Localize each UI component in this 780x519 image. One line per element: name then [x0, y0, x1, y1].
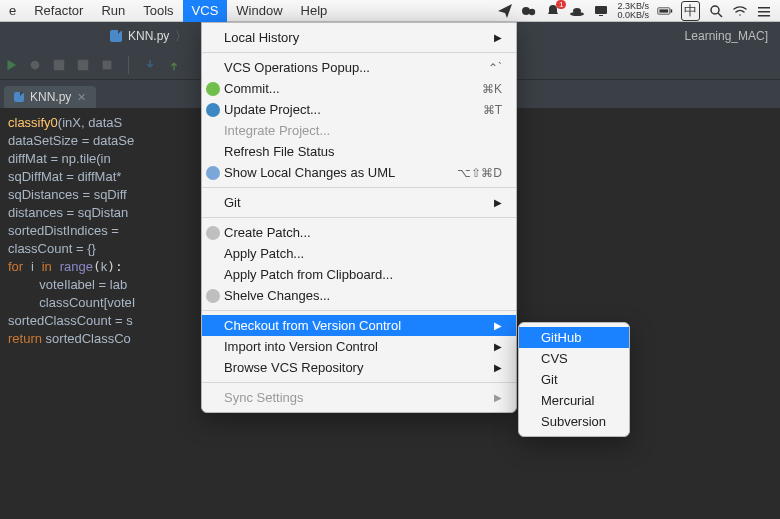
python-file-icon: [14, 92, 24, 102]
battery-icon[interactable]: [657, 3, 673, 19]
menu-item[interactable]: Local History▶: [202, 27, 516, 48]
menu-item-shortcut: ⌘T: [483, 103, 502, 117]
menu-item-label: Browse VCS Repository: [224, 360, 474, 375]
submenu-item-label: GitHub: [541, 330, 615, 345]
svg-point-0: [522, 7, 530, 15]
network-speed: 2.3KB/s 0.0KB/s: [617, 2, 649, 20]
svg-rect-11: [758, 7, 770, 9]
menubar-item-run[interactable]: Run: [92, 0, 134, 22]
menu-item-label: Integrate Project...: [224, 123, 502, 138]
menu-item-shortcut: ⌃`: [488, 61, 502, 75]
menu-item-label: Update Project...: [224, 102, 463, 117]
submenu-item[interactable]: Mercurial: [519, 390, 629, 411]
breadcrumb-tail: Learning_MAC]: [685, 29, 780, 43]
svg-rect-13: [758, 15, 770, 17]
menu-item: Integrate Project...: [202, 120, 516, 141]
menubar-item-vcs[interactable]: VCS: [183, 0, 228, 22]
submenu-item-label: Git: [541, 372, 615, 387]
menu-item-label: Apply Patch...: [224, 246, 502, 261]
menu-item-label: Sync Settings: [224, 390, 474, 405]
svg-point-9: [711, 6, 719, 14]
submenu-item-label: Subversion: [541, 414, 615, 429]
menu-item[interactable]: Apply Patch...: [202, 243, 516, 264]
vcs-dropdown-menu: Local History▶VCS Operations Popup...⌃`C…: [201, 22, 517, 413]
svg-point-1: [529, 8, 535, 14]
menu-item[interactable]: VCS Operations Popup...⌃`: [202, 57, 516, 78]
submenu-item[interactable]: GitHub: [519, 327, 629, 348]
notification-badge: 1: [556, 0, 566, 9]
stop-icon[interactable]: [100, 58, 114, 72]
bell-icon[interactable]: 1: [545, 3, 561, 19]
hat-icon[interactable]: [569, 3, 585, 19]
menu-item: Sync Settings▶: [202, 387, 516, 408]
menubar-item-tools[interactable]: Tools: [134, 0, 182, 22]
input-method-icon[interactable]: 中: [681, 1, 700, 21]
vcs-commit-icon[interactable]: [167, 58, 181, 72]
submenu-arrow-icon: ▶: [494, 341, 502, 352]
menu-item[interactable]: Update Project...⌘T: [202, 99, 516, 120]
svg-rect-5: [599, 15, 603, 16]
menu-item[interactable]: Refresh File Status: [202, 141, 516, 162]
toolbar-icon[interactable]: [76, 58, 90, 72]
menu-item-label: VCS Operations Popup...: [224, 60, 468, 75]
submenu-item[interactable]: Git: [519, 369, 629, 390]
menu-item[interactable]: Git▶: [202, 192, 516, 213]
menubar-item[interactable]: e: [0, 0, 25, 22]
breadcrumb-file[interactable]: KNN.py 〉: [110, 28, 187, 45]
submenu-item-label: Mercurial: [541, 393, 615, 408]
svg-point-14: [31, 60, 40, 69]
svg-rect-8: [671, 9, 673, 12]
svg-point-3: [573, 8, 581, 14]
menu-extra-icon[interactable]: [756, 3, 772, 19]
menu-item[interactable]: Checkout from Version Control▶: [202, 315, 516, 336]
menu-item-label: Git: [224, 195, 474, 210]
submenu-item[interactable]: CVS: [519, 348, 629, 369]
submenu-item-label: CVS: [541, 351, 615, 366]
submenu-item[interactable]: Subversion: [519, 411, 629, 432]
paper-plane-icon[interactable]: [497, 3, 513, 19]
vcs-update-icon[interactable]: [143, 58, 157, 72]
toolbar-icon[interactable]: [52, 58, 66, 72]
checkout-submenu: GitHubCVSGitMercurialSubversion: [518, 322, 630, 437]
menu-item-label: Apply Patch from Clipboard...: [224, 267, 502, 282]
submenu-arrow-icon: ▶: [494, 32, 502, 43]
run-icon[interactable]: [4, 58, 18, 72]
editor-tab-label: KNN.py: [30, 90, 71, 104]
menubar-item-window[interactable]: Window: [227, 0, 291, 22]
menu-item-label: Commit...: [224, 81, 462, 96]
svg-rect-7: [659, 9, 668, 12]
submenu-arrow-icon: ▶: [494, 320, 502, 331]
menu-item[interactable]: Browse VCS Repository▶: [202, 357, 516, 378]
menu-item-icon: [206, 82, 220, 96]
menu-item-label: Import into Version Control: [224, 339, 474, 354]
menu-item-shortcut: ⌘K: [482, 82, 502, 96]
submenu-arrow-icon: ▶: [494, 197, 502, 208]
close-icon[interactable]: ✕: [77, 91, 86, 104]
python-file-icon: [110, 30, 122, 42]
wechat-icon[interactable]: [521, 3, 537, 19]
menu-item-icon: [206, 226, 220, 240]
svg-rect-4: [595, 6, 607, 14]
breadcrumb-filename: KNN.py: [128, 29, 169, 43]
submenu-arrow-icon: ▶: [494, 392, 502, 403]
menu-item-label: Shelve Changes...: [224, 288, 502, 303]
spotlight-icon[interactable]: [708, 3, 724, 19]
menu-item[interactable]: Import into Version Control▶: [202, 336, 516, 357]
menu-item[interactable]: Show Local Changes as UML⌥⇧⌘D: [202, 162, 516, 183]
svg-rect-12: [758, 11, 770, 13]
display-icon[interactable]: [593, 3, 609, 19]
menu-item-label: Create Patch...: [224, 225, 502, 240]
menu-item-label: Local History: [224, 30, 474, 45]
menu-item[interactable]: Commit...⌘K: [202, 78, 516, 99]
menu-item[interactable]: Apply Patch from Clipboard...: [202, 264, 516, 285]
menu-item-label: Refresh File Status: [224, 144, 502, 159]
debug-icon[interactable]: [28, 58, 42, 72]
menu-item[interactable]: Shelve Changes...: [202, 285, 516, 306]
menubar-item-help[interactable]: Help: [292, 0, 337, 22]
wifi-icon[interactable]: [732, 3, 748, 19]
menu-item-icon: [206, 166, 220, 180]
svg-rect-16: [78, 59, 89, 70]
menubar-item-refactor[interactable]: Refactor: [25, 0, 92, 22]
editor-tab[interactable]: KNN.py ✕: [4, 86, 96, 108]
menu-item[interactable]: Create Patch...: [202, 222, 516, 243]
